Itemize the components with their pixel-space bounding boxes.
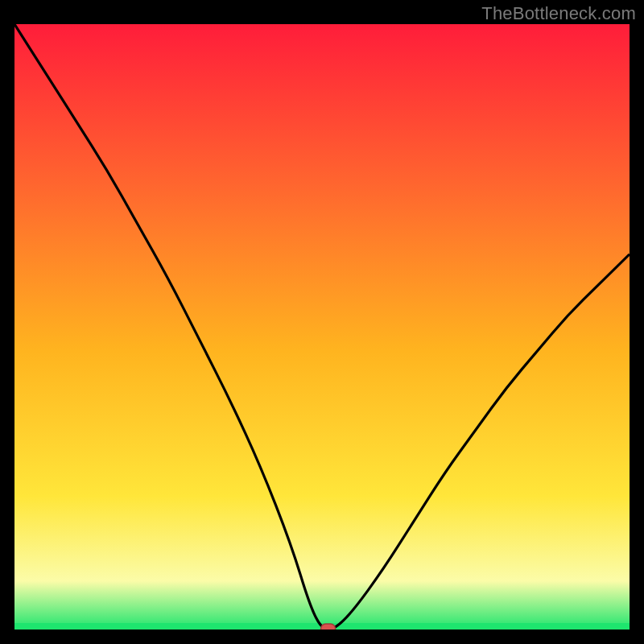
min-marker [321, 624, 336, 630]
watermark-text: TheBottleneck.com [481, 3, 636, 24]
gradient-bg [14, 24, 630, 630]
plot-svg [14, 24, 630, 630]
chart-frame: TheBottleneck.com [0, 0, 644, 644]
plot-area [14, 24, 630, 630]
